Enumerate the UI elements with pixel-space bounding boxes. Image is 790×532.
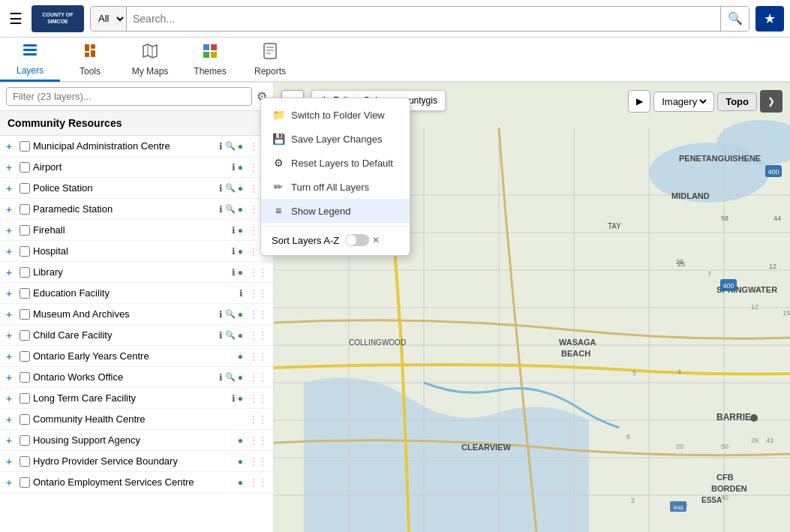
zoom-icon[interactable]: 🔍 (225, 141, 236, 151)
visibility-icon[interactable]: ● (238, 204, 243, 215)
layer-expand-button[interactable]: + (6, 182, 17, 194)
layer-expand-button[interactable]: + (6, 308, 17, 320)
info-icon[interactable]: ℹ (232, 162, 236, 173)
layer-checkbox[interactable] (20, 162, 30, 173)
layer-expand-button[interactable]: + (6, 287, 17, 299)
layer-expand-button[interactable]: + (6, 224, 17, 236)
zoom-icon[interactable]: 🔍 (225, 183, 236, 193)
layer-checkbox[interactable] (20, 372, 30, 383)
layer-checkbox[interactable] (20, 477, 30, 488)
layer-expand-button[interactable]: + (6, 266, 17, 278)
basemap-play-button[interactable]: ▶ (628, 90, 650, 113)
imagery-select[interactable]: Imagery (659, 95, 709, 108)
visibility-icon[interactable]: ● (238, 456, 243, 467)
drag-handle[interactable]: ⋮⋮ (249, 267, 267, 278)
layer-checkbox[interactable] (20, 435, 30, 446)
star-button[interactable]: ★ (755, 6, 784, 32)
menu-item-reset-layers[interactable]: ⚙ Reset Layers to Default (261, 151, 410, 175)
topo-button[interactable]: Topo (717, 92, 757, 111)
info-icon[interactable]: ℹ (219, 204, 223, 215)
info-icon[interactable]: ℹ (232, 225, 236, 236)
drag-handle[interactable]: ⋮⋮ (249, 330, 267, 341)
layer-checkbox[interactable] (20, 288, 30, 299)
layer-checkbox[interactable] (20, 204, 30, 215)
search-button[interactable]: 🔍 (720, 7, 749, 31)
tab-layers[interactable]: Layers (0, 37, 60, 82)
info-icon[interactable]: ℹ (219, 372, 223, 383)
visibility-icon[interactable]: ● (238, 330, 243, 341)
layer-checkbox[interactable] (20, 246, 30, 257)
info-icon[interactable]: ℹ (232, 267, 236, 278)
layer-expand-button[interactable]: + (6, 161, 17, 173)
layer-expand-button[interactable]: + (6, 455, 17, 467)
visibility-icon[interactable]: ● (238, 141, 243, 152)
layer-expand-button[interactable]: + (6, 329, 17, 341)
layer-checkbox[interactable] (20, 225, 30, 236)
layer-expand-button[interactable]: + (6, 476, 17, 488)
visibility-icon[interactable]: ● (238, 246, 243, 257)
search-input[interactable] (127, 13, 720, 25)
layer-checkbox[interactable] (20, 330, 30, 341)
toggle-close-icon[interactable]: ✕ (372, 235, 380, 245)
layer-expand-button[interactable]: + (6, 350, 17, 362)
zoom-icon[interactable]: 🔍 (225, 204, 236, 214)
layer-checkbox[interactable] (20, 351, 30, 362)
menu-item-turnoff-layers[interactable]: ✏ Turn off All Layers (261, 175, 410, 199)
zoom-icon[interactable]: 🔍 (225, 309, 236, 319)
visibility-icon[interactable]: ● (238, 372, 243, 383)
layer-expand-button[interactable]: + (6, 203, 17, 215)
drag-handle[interactable]: ⋮⋮ (249, 435, 267, 446)
visibility-icon[interactable]: ● (238, 267, 243, 278)
drag-handle[interactable]: ⋮⋮ (249, 414, 267, 425)
filter-input[interactable] (6, 87, 252, 106)
visibility-icon[interactable]: ● (238, 435, 243, 446)
info-icon[interactable]: ℹ (232, 393, 236, 404)
layer-expand-button[interactable]: + (6, 245, 17, 257)
layer-expand-button[interactable]: + (6, 392, 17, 404)
info-icon[interactable]: ℹ (219, 141, 223, 152)
layer-checkbox[interactable] (20, 456, 30, 467)
info-icon[interactable]: ℹ (219, 309, 223, 320)
menu-item-show-legend[interactable]: ≡ Show Legend (261, 199, 410, 223)
menu-item-switch-folder[interactable]: 📁 Switch to Folder View (261, 103, 410, 127)
visibility-icon[interactable]: ● (238, 309, 243, 320)
tab-mymaps[interactable]: My Maps (120, 37, 180, 82)
layer-checkbox[interactable] (20, 309, 30, 320)
layer-checkbox[interactable] (20, 267, 30, 278)
visibility-icon[interactable]: ● (238, 477, 243, 488)
drag-handle[interactable]: ⋮⋮ (249, 372, 267, 383)
info-icon[interactable]: ℹ (219, 330, 223, 341)
visibility-icon[interactable]: ● (238, 393, 243, 404)
zoom-icon[interactable]: 🔍 (225, 330, 236, 340)
drag-handle[interactable]: ⋮⋮ (249, 309, 267, 320)
info-icon[interactable]: ℹ (239, 288, 243, 299)
layer-checkbox[interactable] (20, 183, 30, 194)
zoom-icon[interactable]: 🔍 (225, 372, 236, 382)
layer-checkbox[interactable] (20, 393, 30, 404)
layer-expand-button[interactable]: + (6, 413, 17, 425)
layer-checkbox[interactable] (20, 141, 30, 152)
info-icon[interactable]: ℹ (232, 246, 236, 257)
tab-tools[interactable]: Tools (60, 37, 120, 82)
tab-themes[interactable]: Themes (180, 37, 240, 82)
visibility-icon[interactable]: ● (238, 225, 243, 236)
tab-reports[interactable]: Reports (240, 37, 300, 82)
menu-item-save-layers[interactable]: 💾 Save Layer Changes (261, 127, 410, 151)
visibility-icon[interactable]: ● (238, 351, 243, 362)
drag-handle[interactable]: ⋮⋮ (249, 477, 267, 488)
layer-expand-button[interactable]: + (6, 434, 17, 446)
drag-handle[interactable]: ⋮⋮ (249, 288, 267, 299)
info-icon[interactable]: ℹ (219, 183, 223, 194)
drag-handle[interactable]: ⋮⋮ (249, 456, 267, 467)
drag-handle[interactable]: ⋮⋮ (249, 393, 267, 404)
layer-expand-button[interactable]: + (6, 371, 17, 383)
visibility-icon[interactable]: ● (238, 162, 243, 173)
visibility-icon[interactable]: ● (238, 183, 243, 194)
layer-expand-button[interactable]: + (6, 140, 17, 152)
drag-handle[interactable]: ⋮⋮ (249, 351, 267, 362)
sort-toggle-track[interactable] (345, 234, 369, 246)
search-type-select[interactable]: All (91, 7, 127, 31)
expand-button[interactable]: ❯ (760, 90, 782, 113)
layer-checkbox[interactable] (20, 414, 30, 425)
hamburger-button[interactable]: ☰ (6, 7, 26, 31)
